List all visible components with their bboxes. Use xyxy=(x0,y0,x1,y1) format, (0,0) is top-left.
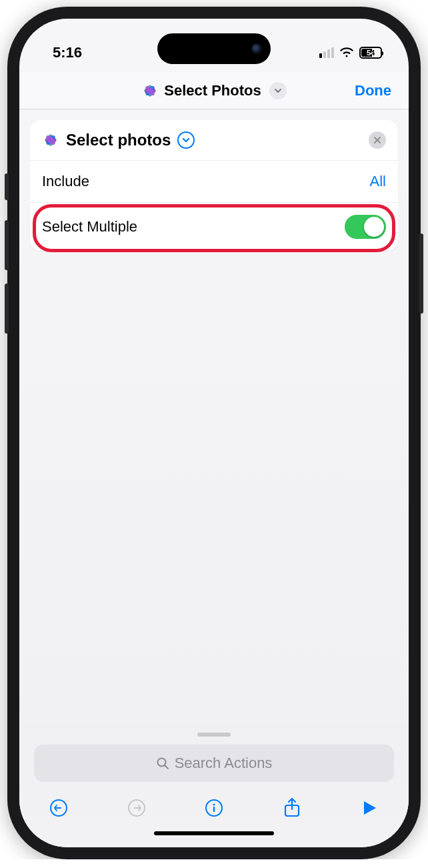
status-right: 54 xyxy=(319,47,382,59)
photos-app-icon xyxy=(42,131,59,149)
action-header[interactable]: Select photos xyxy=(30,120,398,161)
info-button[interactable] xyxy=(203,797,225,819)
clear-button[interactable] xyxy=(369,131,386,149)
power-button xyxy=(419,234,423,314)
include-label: Include xyxy=(42,173,89,190)
status-time: 5:16 xyxy=(53,44,82,61)
action-title: Select photos xyxy=(66,131,171,149)
done-button[interactable]: Done xyxy=(355,82,391,99)
toolbar xyxy=(34,782,394,822)
search-placeholder: Search Actions xyxy=(175,755,273,772)
battery-icon: 54 xyxy=(359,47,382,59)
search-actions-field[interactable]: Search Actions xyxy=(34,745,394,782)
run-button[interactable] xyxy=(358,797,381,819)
select-multiple-row: Select Multiple xyxy=(30,203,398,251)
cellular-icon xyxy=(319,47,334,58)
battery-level: 54 xyxy=(367,49,375,57)
include-row[interactable]: Include All xyxy=(30,161,398,203)
nav-title[interactable]: Select Photos xyxy=(141,82,286,99)
svg-point-16 xyxy=(157,759,165,767)
include-value[interactable]: All xyxy=(370,173,386,190)
wifi-icon xyxy=(339,47,354,58)
camera-icon xyxy=(252,44,261,53)
photos-app-icon xyxy=(141,82,159,99)
drag-handle[interactable] xyxy=(197,733,231,737)
nav-title-text: Select Photos xyxy=(164,82,261,99)
dynamic-island xyxy=(157,33,271,64)
toggle-knob xyxy=(364,217,384,237)
volume-down xyxy=(5,284,9,334)
collapse-icon[interactable] xyxy=(177,131,195,149)
undo-button[interactable] xyxy=(47,797,70,819)
select-multiple-toggle[interactable] xyxy=(345,215,386,239)
share-button[interactable] xyxy=(281,797,303,819)
volume-up xyxy=(5,220,9,270)
action-card: Select photos Include All Select Multipl… xyxy=(30,120,398,251)
svg-rect-22 xyxy=(213,807,215,812)
side-switch xyxy=(5,173,9,200)
iphone-frame: 5:16 54 xyxy=(7,7,421,859)
bottom-panel: Search Actions xyxy=(19,726,409,847)
select-multiple-label: Select Multiple xyxy=(42,218,137,236)
redo-button[interactable] xyxy=(125,797,148,819)
svg-line-17 xyxy=(165,766,168,769)
content-area: Select photos Include All Select Multipl… xyxy=(19,109,409,726)
svg-point-21 xyxy=(213,804,215,806)
home-indicator[interactable] xyxy=(154,831,274,835)
nav-bar: Select Photos Done xyxy=(19,72,409,109)
chevron-down-icon[interactable] xyxy=(269,82,287,99)
search-icon xyxy=(156,757,169,770)
screen: 5:16 54 xyxy=(19,19,409,847)
